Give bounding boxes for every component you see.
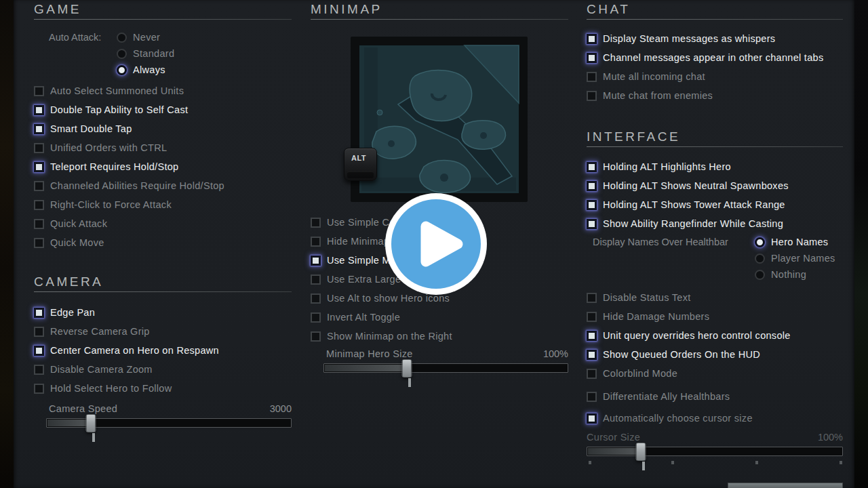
checkbox-row[interactable]: Show Ability Rangefinder While Casting (587, 214, 843, 233)
cursor-size-slider[interactable] (587, 447, 843, 456)
radio-label: Player Names (771, 253, 835, 264)
checkbox-row[interactable]: Hold Select Hero to Follow (34, 379, 292, 398)
checkbox-row[interactable]: Disable Status Text (587, 288, 843, 307)
checkbox[interactable] (34, 200, 44, 210)
checkbox-row[interactable]: Colorblind Mode (587, 364, 843, 383)
checkbox-label: Right-Click to Force Attack (50, 199, 172, 210)
radio-button[interactable] (117, 49, 127, 59)
checkbox-row[interactable]: Double Tap Ability to Self Cast (34, 100, 292, 119)
radio-button[interactable] (755, 253, 765, 264)
background-game-blur-left (0, 0, 14, 488)
checkbox[interactable] (587, 200, 597, 210)
minimap-hero-size-slider[interactable] (323, 363, 568, 373)
checkbox-row[interactable]: Unified Orders with CTRL (34, 138, 292, 157)
checkbox-label: Show Queued Orders On the HUD (603, 349, 760, 360)
slider-fill (325, 365, 408, 371)
radio-button[interactable] (755, 270, 765, 280)
radio-option[interactable]: Always (117, 62, 174, 78)
alt-key-graphic: ALT (344, 148, 377, 181)
checkbox-label: Hide Damage Numbers (603, 311, 709, 322)
checkbox-row[interactable]: Edge Pan (34, 303, 292, 322)
checkbox[interactable] (587, 34, 597, 44)
radio-button[interactable] (117, 65, 127, 75)
camera-speed-label: Camera Speed (49, 402, 117, 415)
checkbox[interactable] (34, 219, 44, 229)
checkbox[interactable] (587, 413, 597, 424)
checkbox-row[interactable]: Channel messages appear in other channel… (587, 48, 843, 67)
checkbox-row[interactable]: Unit query overrides hero control consol… (587, 326, 843, 345)
checkbox[interactable] (34, 238, 44, 248)
checkbox-row[interactable]: Holding ALT Shows Neutral Spawnboxes (587, 176, 843, 195)
checkbox-row[interactable]: Holding ALT Shows Tower Attack Range (587, 195, 843, 214)
checkbox[interactable] (587, 181, 597, 191)
checkbox[interactable] (34, 365, 44, 375)
checkbox-row[interactable]: Smart Double Tap (34, 119, 292, 138)
checkbox[interactable] (34, 308, 44, 318)
checkbox-row[interactable]: Holding ALT Highlights Hero (587, 157, 843, 176)
checkbox[interactable] (34, 105, 44, 115)
checkbox-row[interactable]: Differentiate Ally Healthbars (587, 387, 843, 406)
checkbox-row[interactable]: Hide Damage Numbers (587, 307, 843, 326)
checkbox-label: Differentiate Ally Healthbars (603, 391, 730, 402)
checkbox[interactable] (587, 162, 597, 172)
checkbox[interactable] (34, 384, 44, 394)
checkbox[interactable] (587, 312, 597, 322)
checkbox[interactable] (34, 181, 44, 191)
checkbox[interactable] (34, 124, 44, 134)
checkbox-row[interactable]: Quick Attack (34, 214, 292, 233)
checkbox-row[interactable]: Mute all incoming chat (587, 67, 843, 86)
partial-button[interactable] (728, 483, 843, 488)
section-title-game: GAME (34, 1, 292, 18)
checkbox-row[interactable]: Right-Click to Force Attack (34, 195, 292, 214)
checkbox-row[interactable]: Channeled Abilities Require Hold/Stop (34, 176, 292, 195)
checkbox-row[interactable]: Display Steam messages as whispers (587, 29, 843, 48)
checkbox[interactable] (587, 72, 597, 82)
checkbox[interactable] (587, 293, 597, 303)
checkbox[interactable] (587, 53, 597, 63)
checkbox-row[interactable]: Mute chat from enemies (587, 86, 843, 105)
checkbox[interactable] (34, 327, 44, 337)
checkbox[interactable] (311, 293, 321, 304)
checkbox-row[interactable]: Teleport Requires Hold/Stop (34, 157, 292, 176)
checkbox[interactable] (311, 274, 321, 285)
checkbox-row[interactable]: Show Queued Orders On the HUD (587, 345, 843, 364)
checkbox[interactable] (587, 91, 597, 101)
checkbox[interactable] (311, 256, 321, 266)
checkbox[interactable] (587, 331, 597, 341)
checkbox[interactable] (311, 331, 321, 342)
checkbox-row[interactable]: Show Minimap on the Right (311, 327, 568, 346)
auto-attack-group: Auto Attack: Never Standard Always (34, 29, 292, 78)
radio-option[interactable]: Never (117, 29, 174, 45)
checkbox-row[interactable]: Auto Select Summoned Units (34, 81, 292, 100)
checkbox[interactable] (311, 312, 321, 323)
divider (34, 291, 292, 292)
checkbox[interactable] (34, 346, 44, 356)
checkbox-row[interactable]: Center Camera on Hero on Respawn (34, 341, 292, 360)
camera-speed-slider[interactable] (46, 418, 292, 428)
radio-button[interactable] (755, 237, 765, 247)
checkbox[interactable] (34, 86, 44, 96)
radio-option[interactable]: Standard (117, 45, 174, 62)
slider-handle[interactable] (635, 443, 646, 461)
checkbox[interactable] (34, 162, 44, 172)
checkbox-row[interactable]: Invert Alt Toggle (311, 308, 568, 327)
checkbox[interactable] (587, 392, 597, 402)
slider-handle[interactable] (402, 359, 412, 378)
video-play-overlay[interactable] (384, 192, 488, 296)
checkbox[interactable] (587, 219, 597, 229)
checkbox[interactable] (34, 143, 44, 153)
checkbox-row[interactable]: Quick Move (34, 233, 292, 252)
checkbox[interactable] (587, 369, 597, 379)
checkbox[interactable] (311, 218, 321, 228)
radio-button[interactable] (117, 33, 127, 43)
slider-handle[interactable] (85, 414, 96, 432)
checkbox[interactable] (311, 237, 321, 247)
radio-option[interactable]: Player Names (755, 250, 835, 266)
checkbox-row[interactable]: Reverse Camera Grip (34, 322, 292, 341)
checkbox-row[interactable]: Automatically choose cursor size (587, 409, 843, 428)
checkbox-row[interactable]: Disable Camera Zoom (34, 360, 292, 379)
radio-option[interactable]: Hero Names (755, 234, 835, 250)
radio-option[interactable]: Nothing (755, 266, 835, 283)
checkbox[interactable] (587, 350, 597, 360)
checkbox-label: Unit query overrides hero control consol… (603, 330, 791, 341)
